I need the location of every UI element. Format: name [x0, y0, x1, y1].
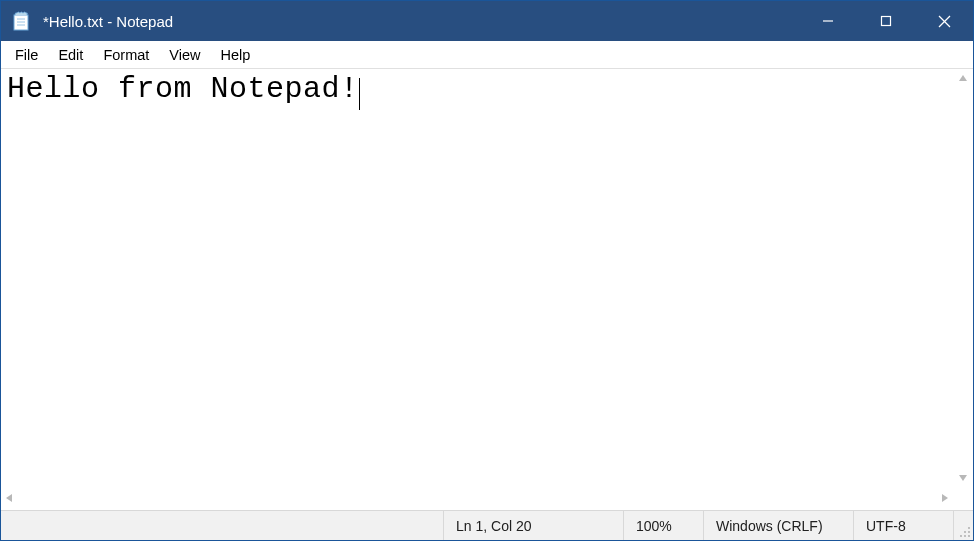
svg-point-13	[968, 535, 970, 537]
svg-point-12	[964, 535, 966, 537]
text-caret	[359, 78, 360, 110]
title-bar[interactable]: *Hello.txt - Notepad	[1, 1, 973, 41]
status-encoding: UTF-8	[853, 511, 953, 540]
menu-view[interactable]: View	[159, 44, 210, 66]
status-zoom: 100%	[623, 511, 703, 540]
status-line-ending: Windows (CRLF)	[703, 511, 853, 540]
window-controls	[799, 1, 973, 41]
status-cursor-position: Ln 1, Col 20	[443, 511, 623, 540]
window-title: *Hello.txt - Notepad	[41, 13, 799, 30]
close-button[interactable]	[915, 1, 973, 41]
menu-edit[interactable]: Edit	[48, 44, 93, 66]
horizontal-scrollbar[interactable]	[1, 488, 953, 510]
svg-point-10	[968, 531, 970, 533]
svg-point-9	[964, 531, 966, 533]
status-spacer	[1, 511, 443, 540]
scroll-down-icon[interactable]	[958, 473, 968, 484]
svg-point-11	[960, 535, 962, 537]
resize-grip[interactable]	[953, 511, 973, 540]
svg-rect-5	[882, 17, 891, 26]
notepad-window: *Hello.txt - Notepad File Edit Format Vi…	[0, 0, 974, 541]
minimize-button[interactable]	[799, 1, 857, 41]
menu-bar: File Edit Format View Help	[1, 41, 973, 69]
scroll-right-icon[interactable]	[941, 493, 949, 505]
svg-point-8	[968, 527, 970, 529]
scroll-up-icon[interactable]	[958, 73, 968, 84]
status-bar: Ln 1, Col 20 100% Windows (CRLF) UTF-8	[1, 510, 973, 540]
editor-content: Hello from Notepad!	[7, 72, 359, 106]
menu-format[interactable]: Format	[93, 44, 159, 66]
menu-help[interactable]: Help	[210, 44, 260, 66]
vertical-scrollbar[interactable]	[953, 69, 973, 488]
menu-file[interactable]: File	[5, 44, 48, 66]
editor-area: Hello from Notepad!	[1, 69, 973, 510]
text-editor[interactable]: Hello from Notepad!	[1, 69, 973, 488]
app-icon	[1, 1, 41, 41]
maximize-button[interactable]	[857, 1, 915, 41]
scroll-left-icon[interactable]	[5, 493, 13, 505]
